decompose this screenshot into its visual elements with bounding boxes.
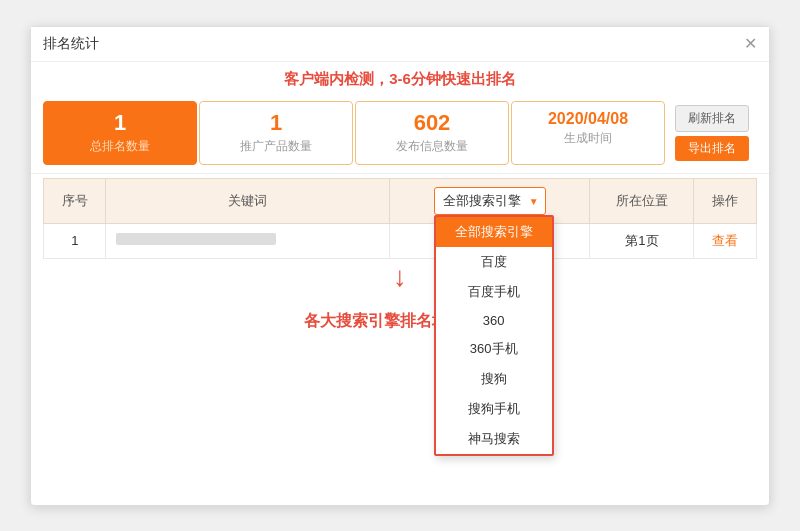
stat-product-value: 1 [204, 110, 348, 136]
stat-product-count: 1 推广产品数量 [199, 101, 353, 165]
stat-publish-label: 发布信息数量 [360, 138, 504, 155]
annotation-top: 客户端内检测，3-6分钟快速出排名 [31, 62, 769, 93]
stats-row: 1 总排名数量 1 推广产品数量 602 发布信息数量 2020/04/08 生… [31, 93, 769, 174]
refresh-button[interactable]: 刷新排名 [675, 105, 749, 132]
stat-publish-value: 602 [360, 110, 504, 136]
cell-action[interactable]: 查看 [694, 223, 757, 258]
stat-date-value: 2020/04/08 [516, 110, 660, 128]
dropdown-option-360-mobile[interactable]: 360手机 [436, 334, 552, 364]
dropdown-option-all[interactable]: 全部搜索引擎 [436, 217, 552, 247]
dropdown-option-sougou-mobile[interactable]: 搜狗手机 [436, 394, 552, 424]
export-button[interactable]: 导出排名 [675, 136, 749, 161]
ranking-table: 序号 关键词 全部搜索引擎 全部搜索引擎 百度 百度手机 360 360手机 搜… [43, 178, 757, 259]
annotation-bottom: 各大搜索引擎排名均可查看 [43, 291, 757, 342]
action-buttons: 刷新排名 导出排名 [667, 101, 757, 165]
col-index: 序号 [44, 178, 106, 223]
engine-dropdown-wrapper: 全部搜索引擎 全部搜索引擎 百度 百度手机 360 360手机 搜狗 搜狗手机 … [434, 187, 546, 215]
dropdown-option-shenma[interactable]: 神马搜索 [436, 424, 552, 454]
stat-total-value: 1 [48, 110, 192, 136]
modal-header: 排名统计 ✕ [31, 27, 769, 62]
close-button[interactable]: ✕ [744, 36, 757, 52]
stat-total-ranking: 1 总排名数量 [43, 101, 197, 165]
stat-product-label: 推广产品数量 [204, 138, 348, 155]
dropdown-option-sougou[interactable]: 搜狗 [436, 364, 552, 394]
table-row: 1 第1页 查看 [44, 223, 757, 258]
dropdown-option-360[interactable]: 360 [436, 307, 552, 334]
cell-index: 1 [44, 223, 106, 258]
arrow-icon: ↓ [43, 259, 757, 291]
table-header-row: 序号 关键词 全部搜索引擎 全部搜索引擎 百度 百度手机 360 360手机 搜… [44, 178, 757, 223]
modal-title: 排名统计 [43, 35, 99, 53]
ranking-modal: 排名统计 ✕ 客户端内检测，3-6分钟快速出排名 1 总排名数量 1 推广产品数… [30, 26, 770, 506]
col-keyword: 关键词 [106, 178, 390, 223]
stat-total-label: 总排名数量 [48, 138, 192, 155]
stat-date-label: 生成时间 [516, 130, 660, 147]
table-area: 序号 关键词 全部搜索引擎 全部搜索引擎 百度 百度手机 360 360手机 搜… [31, 178, 769, 342]
col-engine: 全部搜索引擎 全部搜索引擎 百度 百度手机 360 360手机 搜狗 搜狗手机 … [390, 178, 590, 223]
cell-keyword [106, 223, 390, 258]
cell-position: 第1页 [590, 223, 694, 258]
stat-date: 2020/04/08 生成时间 [511, 101, 665, 165]
engine-dropdown-trigger[interactable]: 全部搜索引擎 [434, 187, 546, 215]
dropdown-option-baidu-mobile[interactable]: 百度手机 [436, 277, 552, 307]
dropdown-option-baidu[interactable]: 百度 [436, 247, 552, 277]
col-position: 所在位置 [590, 178, 694, 223]
col-action: 操作 [694, 178, 757, 223]
stat-publish-count: 602 发布信息数量 [355, 101, 509, 165]
keyword-placeholder [116, 233, 276, 245]
engine-dropdown-menu: 全部搜索引擎 百度 百度手机 360 360手机 搜狗 搜狗手机 神马搜索 [434, 215, 554, 456]
